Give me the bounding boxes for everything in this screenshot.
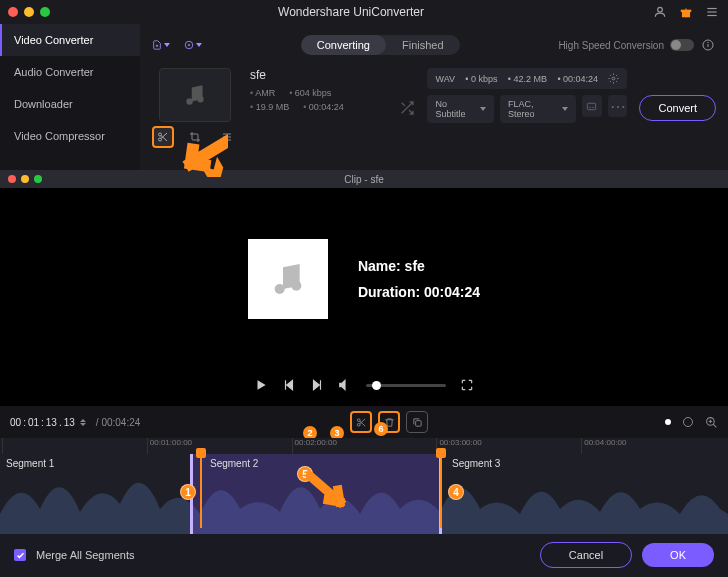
file-name: sfe bbox=[250, 68, 387, 82]
volume-slider[interactable] bbox=[366, 384, 446, 387]
gear-icon[interactable] bbox=[608, 73, 619, 84]
play-icon[interactable] bbox=[254, 378, 268, 392]
file-duration: 00:04:24 bbox=[303, 102, 344, 112]
svg-rect-24 bbox=[588, 103, 596, 109]
info-icon[interactable] bbox=[700, 37, 716, 53]
segment-2-label: Segment 2 bbox=[210, 458, 258, 469]
tab-converting[interactable]: Converting bbox=[301, 35, 386, 55]
sidebar-item-video-converter[interactable]: Video Converter bbox=[0, 24, 140, 56]
svg-point-28 bbox=[291, 281, 301, 291]
merge-label: Merge All Segments bbox=[36, 549, 530, 561]
timecode-row: 00:01:13.13 / 00:04:24 2 3 6 bbox=[0, 406, 728, 438]
zoom-marker-icon bbox=[665, 419, 671, 425]
status-tabs: Converting Finished bbox=[301, 35, 460, 55]
zoom-out-icon[interactable] bbox=[683, 417, 693, 427]
tab-finished[interactable]: Finished bbox=[386, 35, 460, 55]
tc-down-icon[interactable] bbox=[80, 423, 86, 426]
sidebar: Video Converter Audio Converter Download… bbox=[0, 24, 140, 170]
svg-rect-33 bbox=[415, 420, 421, 426]
playhead-start[interactable] bbox=[196, 448, 206, 466]
sidebar-item-downloader[interactable]: Downloader bbox=[0, 88, 140, 120]
menu-icon[interactable] bbox=[704, 4, 720, 20]
svg-point-23 bbox=[613, 77, 616, 80]
file-codec: AMR bbox=[250, 88, 275, 98]
file-size: 19.9 MB bbox=[250, 102, 289, 112]
volume-icon[interactable] bbox=[338, 378, 352, 392]
cancel-button[interactable]: Cancel bbox=[540, 542, 632, 568]
titlebar: Wondershare UniConverter bbox=[0, 0, 728, 24]
clip-tools bbox=[350, 411, 428, 433]
add-dvd-icon[interactable] bbox=[184, 36, 202, 54]
high-speed-label: High Speed Conversion bbox=[558, 40, 664, 51]
output-format: WAV bbox=[435, 74, 455, 84]
high-speed-switch[interactable] bbox=[670, 39, 694, 51]
annotation-badge-1: 1 bbox=[180, 484, 196, 500]
ok-button[interactable]: OK bbox=[642, 543, 714, 567]
annotation-arrow-drag bbox=[306, 472, 350, 512]
clip-maximize-icon[interactable] bbox=[34, 175, 42, 183]
next-frame-icon[interactable] bbox=[310, 378, 324, 392]
zoom-controls bbox=[665, 416, 718, 429]
high-speed-toggle-group: High Speed Conversion bbox=[558, 37, 716, 53]
clip-close-icon[interactable] bbox=[8, 175, 16, 183]
convert-button[interactable]: Convert bbox=[639, 95, 716, 121]
annotation-badge-6: 6 bbox=[374, 422, 388, 436]
content-toolbar: Converting Finished High Speed Conversio… bbox=[152, 32, 716, 58]
copy-tool-icon[interactable] bbox=[406, 411, 428, 433]
annotation-arrow-trim bbox=[176, 133, 228, 177]
audio-track-select[interactable]: FLAC, Stereo bbox=[500, 95, 576, 123]
more-icon[interactable]: ⋯ bbox=[608, 95, 628, 117]
shuffle-icon bbox=[399, 100, 415, 116]
clip-title: Clip - sfe bbox=[344, 174, 383, 185]
output-format-box[interactable]: WAV 0 kbps 42.2 MB 00:04:24 bbox=[427, 68, 627, 89]
playhead-end[interactable] bbox=[436, 448, 446, 466]
clip-minimize-icon[interactable] bbox=[21, 175, 29, 183]
file-thumbnail[interactable] bbox=[159, 68, 231, 122]
file-card: sfe AMR 604 kbps 19.9 MB 00:04:24 WAV 0 … bbox=[152, 68, 716, 148]
footer: Merge All Segments Cancel OK bbox=[0, 534, 728, 576]
add-file-icon[interactable] bbox=[152, 36, 170, 54]
subtitle-edit-icon[interactable] bbox=[582, 95, 602, 117]
sidebar-item-video-compressor[interactable]: Video Compressor bbox=[0, 120, 140, 152]
merge-checkbox[interactable] bbox=[14, 549, 26, 561]
timecode-total: / 00:04:24 bbox=[96, 417, 140, 428]
zoom-in-icon[interactable] bbox=[705, 416, 718, 429]
output-bitrate: 0 kbps bbox=[465, 74, 497, 84]
maximize-window-icon[interactable] bbox=[40, 7, 50, 17]
titlebar-right bbox=[652, 4, 720, 20]
svg-point-13 bbox=[708, 42, 709, 43]
svg-line-35 bbox=[713, 424, 716, 427]
svg-point-10 bbox=[188, 44, 190, 46]
prev-frame-icon[interactable] bbox=[282, 378, 296, 392]
cut-tool-icon[interactable] bbox=[350, 411, 372, 433]
segment-1-label: Segment 1 bbox=[6, 458, 54, 469]
music-note-icon bbox=[268, 259, 308, 299]
preview-thumbnail bbox=[248, 239, 328, 319]
minimize-window-icon[interactable] bbox=[24, 7, 34, 17]
file-bitrate: 604 kbps bbox=[289, 88, 331, 98]
sidebar-item-audio-converter[interactable]: Audio Converter bbox=[0, 56, 140, 88]
svg-rect-3 bbox=[685, 9, 686, 18]
fullscreen-icon[interactable] bbox=[460, 378, 474, 392]
preview-duration: Duration: 00:04:24 bbox=[358, 284, 480, 300]
segment-3-label: Segment 3 bbox=[452, 458, 500, 469]
timecode-input[interactable]: 00:01:13.13 bbox=[10, 417, 86, 428]
window-controls bbox=[8, 7, 50, 17]
timeline[interactable]: 00:01:00:00 00:02:00:00 00:03:00:00 00:0… bbox=[0, 438, 728, 534]
user-icon[interactable] bbox=[652, 4, 668, 20]
svg-point-9 bbox=[185, 41, 193, 49]
subtitle-select[interactable]: No Subtitle bbox=[427, 95, 493, 123]
svg-point-14 bbox=[186, 98, 193, 105]
content-area: Converting Finished High Speed Conversio… bbox=[140, 24, 728, 170]
trim-icon[interactable] bbox=[152, 126, 174, 148]
close-window-icon[interactable] bbox=[8, 7, 18, 17]
svg-point-15 bbox=[197, 96, 204, 103]
output-size: 42.2 MB bbox=[508, 74, 547, 84]
preview-pane: Name: sfe Duration: 00:04:24 bbox=[0, 188, 728, 406]
preview-name: Name: sfe bbox=[358, 258, 480, 274]
svg-point-27 bbox=[275, 284, 285, 294]
timeline-ruler: 00:01:00:00 00:02:00:00 00:03:00:00 00:0… bbox=[0, 438, 728, 454]
output-duration: 00:04:24 bbox=[557, 74, 598, 84]
tc-up-icon[interactable] bbox=[80, 419, 86, 422]
gift-icon[interactable] bbox=[678, 4, 694, 20]
